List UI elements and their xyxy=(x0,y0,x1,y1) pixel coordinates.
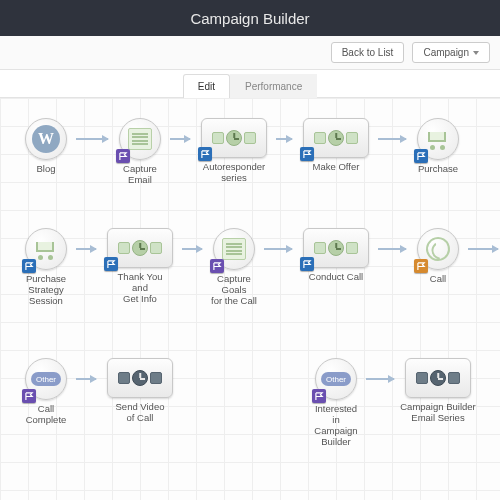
wordpress-icon: W xyxy=(32,125,60,153)
sequence-icon xyxy=(212,130,256,146)
node-thank-you[interactable]: Thank You and Get Info xyxy=(100,228,180,304)
flow-arrow xyxy=(76,138,108,140)
flow-arrow xyxy=(366,378,394,380)
back-to-list-button[interactable]: Back to List xyxy=(331,42,405,63)
flow-arrow xyxy=(76,378,96,380)
sequence-icon xyxy=(118,240,162,256)
flow-arrow xyxy=(378,248,406,250)
node-label: Capture Email xyxy=(112,163,168,185)
sequence-icon xyxy=(416,370,460,386)
node-conduct-call[interactable]: Conduct Call xyxy=(296,228,376,282)
node-label: Purchase Strategy Session xyxy=(18,273,74,306)
flag-icon xyxy=(22,389,36,403)
node-capture-goals[interactable]: Capture Goals for the Call xyxy=(206,228,262,306)
flow-arrow xyxy=(76,248,96,250)
flag-icon xyxy=(414,259,428,273)
flow-arrow xyxy=(468,248,498,250)
flow-arrow xyxy=(170,138,190,140)
chevron-down-icon xyxy=(473,51,479,55)
node-make-offer[interactable]: Make Offer xyxy=(296,118,376,172)
flow-arrow xyxy=(276,138,292,140)
node-purchase-strategy[interactable]: Purchase Strategy Session xyxy=(18,228,74,306)
other-icon: Other xyxy=(31,372,61,386)
node-blog[interactable]: WBlog xyxy=(18,118,74,174)
flag-icon xyxy=(300,257,314,271)
sequence-icon xyxy=(314,240,358,256)
flag-icon xyxy=(300,147,314,161)
campaign-menu-button[interactable]: Campaign xyxy=(412,42,490,63)
flow-arrow xyxy=(182,248,202,250)
page-title: Campaign Builder xyxy=(0,0,500,36)
node-interested[interactable]: OtherInterested in Campaign Builder xyxy=(308,358,364,447)
node-label: Purchase xyxy=(410,163,466,174)
node-label: Conduct Call xyxy=(296,271,376,282)
tab-bar: Edit Performance xyxy=(0,70,500,98)
flag-icon xyxy=(104,257,118,271)
node-call-complete[interactable]: OtherCall Complete xyxy=(18,358,74,425)
flow-arrow xyxy=(378,138,406,140)
node-label: Send Video of Call xyxy=(100,401,180,423)
flag-icon xyxy=(116,149,130,163)
tab-edit[interactable]: Edit xyxy=(183,74,230,98)
node-label: Autoresponder series xyxy=(194,161,274,183)
sequence-icon xyxy=(314,130,358,146)
node-capture-email[interactable]: Capture Email xyxy=(112,118,168,185)
sequence-icon xyxy=(118,370,162,386)
form-icon xyxy=(222,238,246,260)
node-label: Thank You and Get Info xyxy=(100,271,180,304)
flow-arrow xyxy=(264,248,292,250)
node-email-series[interactable]: Campaign Builder Email Series xyxy=(398,358,478,423)
node-purchase[interactable]: Purchase xyxy=(410,118,466,174)
node-label: Capture Goals for the Call xyxy=(206,273,262,306)
node-send-video[interactable]: Send Video of Call xyxy=(100,358,180,423)
node-label: Blog xyxy=(18,163,74,174)
other-icon: Other xyxy=(321,372,351,386)
node-label: Interested in Campaign Builder xyxy=(308,403,364,447)
node-label: Campaign Builder Email Series xyxy=(398,401,478,423)
flag-icon xyxy=(312,389,326,403)
flag-icon xyxy=(414,149,428,163)
node-label: Call Complete xyxy=(18,403,74,425)
cart-icon xyxy=(425,128,451,150)
node-label: Call xyxy=(410,273,466,284)
node-autoresponder[interactable]: Autoresponder series xyxy=(194,118,274,183)
tab-performance[interactable]: Performance xyxy=(230,74,317,98)
toolbar: Back to List Campaign xyxy=(0,36,500,70)
node-call[interactable]: Call xyxy=(410,228,466,284)
flag-icon xyxy=(198,147,212,161)
campaign-canvas[interactable]: WBlogCapture EmailAutoresponder seriesMa… xyxy=(0,98,500,500)
flag-icon xyxy=(22,259,36,273)
form-icon xyxy=(128,128,152,150)
cart-icon xyxy=(33,238,59,260)
node-label: Make Offer xyxy=(296,161,376,172)
flag-icon xyxy=(210,259,224,273)
